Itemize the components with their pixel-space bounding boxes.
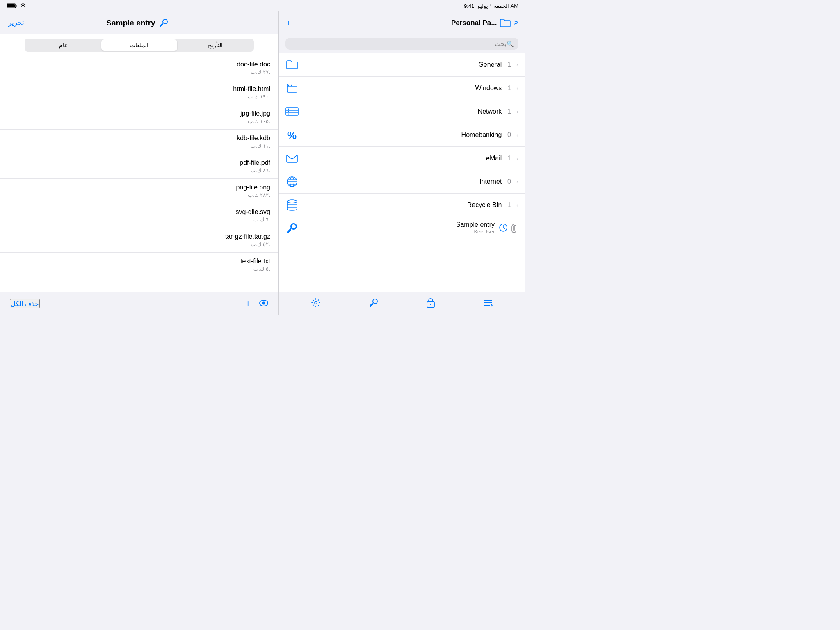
svg-point-9 (290, 85, 290, 86)
group-chevron-icon: ‹ (516, 155, 518, 162)
percent-icon: % (286, 129, 298, 141)
clock-icon (499, 223, 508, 232)
group-name: Recycle Bin (303, 201, 502, 209)
group-count: 1 (506, 61, 512, 68)
segment-control: عام الملفات التأريخ (25, 39, 254, 52)
eye-button[interactable] (259, 299, 269, 309)
file-size: ٢٨٣ ك.ب. (248, 192, 270, 198)
file-list: doc-file.doc٢٧ ك.ب.html-file.html١٩٠ ك.ب… (0, 56, 278, 292)
group-count: 1 (506, 84, 512, 92)
edit-button[interactable]: تحرير (8, 18, 24, 27)
file-size: ٥٢ ك.ب. (251, 241, 270, 247)
right-header: + Personal Pa... > (279, 11, 525, 34)
database-icon (286, 199, 298, 211)
file-item[interactable]: jpg-file.jpg١٠٥ ك.ب. (0, 105, 278, 130)
file-size: ١١ ك.ب. (251, 143, 270, 149)
wifi-icon (19, 3, 27, 9)
file-size: ٥ ك.ب. (253, 266, 270, 272)
settings-icon (311, 298, 321, 308)
file-size: ٢٧ ك.ب. (251, 69, 270, 75)
network-icon (285, 106, 299, 117)
group-count: 0 (506, 131, 512, 139)
key-manage-button[interactable] (369, 298, 379, 310)
selected-entry[interactable]: Sample entry KeeUser (279, 217, 525, 239)
group-icon-folder (285, 58, 299, 71)
left-toolbar-right: + (245, 299, 269, 309)
file-item[interactable]: html-file.html١٩٠ ك.ب. (0, 80, 278, 105)
file-size: ١٩٠ ك.ب. (248, 94, 270, 100)
chevron-right-icon: > (514, 18, 518, 27)
left-bottom-toolbar: حذف الكل + (0, 292, 278, 315)
svg-rect-2 (7, 4, 15, 7)
lock-icon (426, 298, 435, 308)
file-name: jpg-file.jpg (240, 110, 270, 117)
status-bar: الجمعة ١ يوليو 9:41 AM (0, 0, 525, 11)
file-name: svg-gile.svg (236, 208, 270, 216)
file-item[interactable]: text-file.txt٥ ك.ب. (0, 253, 278, 277)
file-item[interactable]: png-file.png٢٨٣ ك.ب. (0, 179, 278, 203)
svg-text:%: % (287, 129, 297, 141)
svg-point-10 (291, 85, 292, 86)
group-name: Network (303, 108, 502, 115)
add-file-button[interactable]: + (245, 299, 251, 309)
svg-point-4 (262, 301, 265, 304)
status-left (7, 3, 27, 9)
svg-point-30 (430, 304, 431, 305)
file-item[interactable]: svg-gile.svg٦ ك.ب. (0, 203, 278, 228)
file-name: tar-gz-file.tar.gz (225, 233, 270, 240)
file-item[interactable]: doc-file.doc٢٧ ك.ب. (0, 56, 278, 80)
right-bottom-toolbar (279, 292, 525, 315)
group-chevron-icon: ‹ (516, 178, 518, 185)
left-panel: تحرير Sample entry عام الملفات التأريخ d… (0, 11, 279, 315)
sort-button[interactable] (483, 298, 493, 310)
group-chevron-icon: ‹ (516, 202, 518, 208)
search-icon: 🔍 (507, 41, 514, 47)
entry-name: Sample entry (303, 221, 495, 228)
group-item[interactable]: General 1 ‹ (279, 53, 525, 77)
sort-icon (483, 298, 493, 307)
file-name: html-file.html (233, 85, 270, 93)
file-item[interactable]: pdf-file.pdf٨٦ ك.ب. (0, 154, 278, 179)
group-count: 1 (506, 201, 512, 209)
file-name: png-file.png (236, 184, 270, 191)
svg-rect-1 (16, 5, 17, 7)
group-list: General 1 ‹ Windows 1 ‹ Network 1 ‹ % Ho… (279, 53, 525, 292)
group-item[interactable]: Recycle Bin 1 ‹ (279, 194, 525, 217)
group-item[interactable]: Windows 1 ‹ (279, 77, 525, 100)
folder-icon-header (500, 18, 511, 27)
add-group-button[interactable]: + (285, 17, 291, 29)
file-name: kdb-file.kdb (237, 135, 270, 142)
left-header: تحرير Sample entry (0, 11, 278, 34)
group-name: General (303, 61, 502, 68)
group-chevron-icon: ‹ (516, 62, 518, 68)
group-icon-network (285, 105, 299, 118)
delete-all-button[interactable]: حذف الكل (10, 299, 40, 308)
search-input[interactable] (290, 40, 507, 47)
group-icon-windows (285, 82, 299, 95)
settings-button[interactable] (311, 298, 321, 310)
group-item[interactable]: eMail 1 ‹ (279, 147, 525, 170)
entry-name-block: Sample entry KeeUser (303, 221, 495, 235)
folder-group-icon (286, 60, 298, 70)
segment-general[interactable]: عام (25, 39, 101, 51)
group-icon-percent: % (285, 128, 299, 142)
key-entry-icon (286, 222, 298, 234)
group-item[interactable]: Internet 0 ‹ (279, 170, 525, 194)
globe-icon (286, 176, 298, 187)
right-header-left: + (285, 17, 291, 29)
group-item[interactable]: % Homebanking 0 ‹ (279, 123, 525, 147)
segment-files[interactable]: الملفات (101, 39, 177, 51)
database-title: Personal Pa... (451, 19, 497, 27)
file-size: ٦ ك.ب. (253, 217, 270, 223)
group-count: 0 (506, 178, 512, 185)
group-icon-email (285, 152, 299, 165)
file-item[interactable]: tar-gz-file.tar.gz٥٢ ك.ب. (0, 228, 278, 253)
file-item[interactable]: kdb-file.kdb١١ ك.ب. (0, 130, 278, 154)
segment-history[interactable]: التأريخ (177, 39, 253, 51)
entry-key-icon (285, 221, 299, 235)
battery-icon (7, 3, 17, 8)
group-item[interactable]: Network 1 ‹ (279, 100, 525, 123)
lock-button[interactable] (426, 298, 435, 310)
key-icon (159, 18, 169, 28)
svg-point-15 (288, 111, 289, 112)
